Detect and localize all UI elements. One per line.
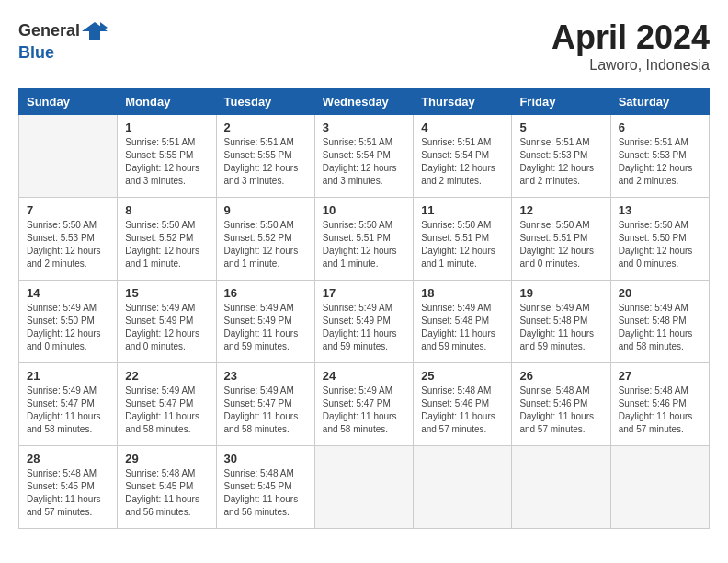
- day-number: 11: [421, 203, 504, 217]
- logo: General Blue: [18, 18, 108, 63]
- day-info: Sunrise: 5:48 AM Sunset: 5:45 PM Dayligh…: [27, 467, 109, 519]
- week-row-3: 14Sunrise: 5:49 AM Sunset: 5:50 PM Dayli…: [19, 281, 710, 363]
- day-cell: 6Sunrise: 5:51 AM Sunset: 5:53 PM Daylig…: [610, 115, 709, 198]
- day-cell: 29Sunrise: 5:48 AM Sunset: 5:45 PM Dayli…: [118, 446, 216, 529]
- day-cell: 11Sunrise: 5:50 AM Sunset: 5:51 PM Dayli…: [414, 198, 512, 281]
- calendar-table: SundayMondayTuesdayWednesdayThursdayFrid…: [18, 88, 710, 529]
- day-cell: 2Sunrise: 5:51 AM Sunset: 5:55 PM Daylig…: [216, 115, 314, 198]
- day-info: Sunrise: 5:51 AM Sunset: 5:55 PM Dayligh…: [224, 136, 307, 188]
- day-info: Sunrise: 5:48 AM Sunset: 5:46 PM Dayligh…: [421, 385, 504, 436]
- day-cell: 9Sunrise: 5:50 AM Sunset: 5:52 PM Daylig…: [216, 198, 314, 281]
- month-title: April 2024: [552, 18, 710, 57]
- day-number: 22: [125, 369, 208, 383]
- day-number: 9: [224, 203, 307, 217]
- title-block: April 2024 Laworo, Indonesia: [552, 18, 710, 74]
- day-info: Sunrise: 5:51 AM Sunset: 5:53 PM Dayligh…: [619, 136, 701, 188]
- day-cell: [610, 446, 709, 529]
- day-info: Sunrise: 5:48 AM Sunset: 5:46 PM Dayligh…: [619, 385, 701, 436]
- day-info: Sunrise: 5:49 AM Sunset: 5:49 PM Dayligh…: [125, 302, 208, 353]
- day-cell: 20Sunrise: 5:49 AM Sunset: 5:48 PM Dayli…: [610, 281, 709, 363]
- header-sunday: Sunday: [19, 89, 118, 115]
- day-info: Sunrise: 5:51 AM Sunset: 5:53 PM Dayligh…: [519, 136, 602, 188]
- day-cell: [314, 446, 413, 529]
- day-info: Sunrise: 5:49 AM Sunset: 5:47 PM Dayligh…: [224, 385, 307, 436]
- logo-general: General: [18, 22, 80, 40]
- page-header: General Blue April 2024 Laworo, Indonesi…: [18, 18, 710, 74]
- day-number: 24: [323, 369, 405, 383]
- day-number: 19: [519, 286, 602, 300]
- day-cell: 26Sunrise: 5:48 AM Sunset: 5:46 PM Dayli…: [512, 363, 610, 446]
- day-number: 4: [421, 121, 504, 134]
- day-info: Sunrise: 5:49 AM Sunset: 5:48 PM Dayligh…: [619, 302, 701, 353]
- logo-bird-icon: [82, 18, 108, 44]
- day-cell: 21Sunrise: 5:49 AM Sunset: 5:47 PM Dayli…: [19, 363, 118, 446]
- day-info: Sunrise: 5:51 AM Sunset: 5:54 PM Dayligh…: [421, 136, 504, 188]
- day-cell: 23Sunrise: 5:49 AM Sunset: 5:47 PM Dayli…: [216, 363, 314, 446]
- day-cell: 22Sunrise: 5:49 AM Sunset: 5:47 PM Dayli…: [118, 363, 216, 446]
- header-monday: Monday: [118, 89, 216, 115]
- day-number: 20: [619, 286, 701, 300]
- day-info: Sunrise: 5:49 AM Sunset: 5:48 PM Dayligh…: [519, 302, 602, 353]
- day-info: Sunrise: 5:49 AM Sunset: 5:49 PM Dayligh…: [323, 302, 405, 353]
- day-number: 28: [27, 452, 109, 465]
- day-cell: 12Sunrise: 5:50 AM Sunset: 5:51 PM Dayli…: [512, 198, 610, 281]
- day-cell: 14Sunrise: 5:49 AM Sunset: 5:50 PM Dayli…: [19, 281, 118, 363]
- day-cell: [512, 446, 610, 529]
- day-number: 10: [323, 203, 405, 217]
- day-cell: 28Sunrise: 5:48 AM Sunset: 5:45 PM Dayli…: [19, 446, 118, 529]
- day-info: Sunrise: 5:50 AM Sunset: 5:50 PM Dayligh…: [619, 219, 701, 270]
- week-row-5: 28Sunrise: 5:48 AM Sunset: 5:45 PM Dayli…: [19, 446, 710, 529]
- day-number: 23: [224, 369, 307, 383]
- day-cell: 8Sunrise: 5:50 AM Sunset: 5:52 PM Daylig…: [118, 198, 216, 281]
- day-cell: 10Sunrise: 5:50 AM Sunset: 5:51 PM Dayli…: [314, 198, 413, 281]
- day-cell: 16Sunrise: 5:49 AM Sunset: 5:49 PM Dayli…: [216, 281, 314, 363]
- day-info: Sunrise: 5:48 AM Sunset: 5:45 PM Dayligh…: [125, 467, 208, 519]
- header-saturday: Saturday: [610, 89, 709, 115]
- day-number: 2: [224, 121, 307, 134]
- day-number: 3: [323, 121, 405, 134]
- day-number: 27: [619, 369, 701, 383]
- day-cell: 5Sunrise: 5:51 AM Sunset: 5:53 PM Daylig…: [512, 115, 610, 198]
- logo-text: General Blue: [18, 18, 108, 63]
- day-info: Sunrise: 5:51 AM Sunset: 5:55 PM Dayligh…: [125, 136, 208, 188]
- day-info: Sunrise: 5:48 AM Sunset: 5:45 PM Dayligh…: [224, 467, 307, 519]
- header-friday: Friday: [512, 89, 610, 115]
- week-row-2: 7Sunrise: 5:50 AM Sunset: 5:53 PM Daylig…: [19, 198, 710, 281]
- day-info: Sunrise: 5:50 AM Sunset: 5:51 PM Dayligh…: [421, 219, 504, 270]
- header-thursday: Thursday: [414, 89, 512, 115]
- day-number: 7: [27, 203, 109, 217]
- day-cell: 17Sunrise: 5:49 AM Sunset: 5:49 PM Dayli…: [314, 281, 413, 363]
- day-number: 15: [125, 286, 208, 300]
- day-number: 26: [519, 369, 602, 383]
- day-number: 25: [421, 369, 504, 383]
- day-number: 12: [519, 203, 602, 217]
- day-number: 13: [619, 203, 701, 217]
- day-cell: [19, 115, 118, 198]
- day-number: 16: [224, 286, 307, 300]
- day-number: 8: [125, 203, 208, 217]
- day-info: Sunrise: 5:51 AM Sunset: 5:54 PM Dayligh…: [323, 136, 405, 188]
- day-cell: 1Sunrise: 5:51 AM Sunset: 5:55 PM Daylig…: [118, 115, 216, 198]
- day-info: Sunrise: 5:48 AM Sunset: 5:46 PM Dayligh…: [519, 385, 602, 436]
- day-cell: 19Sunrise: 5:49 AM Sunset: 5:48 PM Dayli…: [512, 281, 610, 363]
- day-number: 30: [224, 452, 307, 465]
- day-number: 21: [27, 369, 109, 383]
- day-cell: 13Sunrise: 5:50 AM Sunset: 5:50 PM Dayli…: [610, 198, 709, 281]
- day-cell: 7Sunrise: 5:50 AM Sunset: 5:53 PM Daylig…: [19, 198, 118, 281]
- week-row-1: 1Sunrise: 5:51 AM Sunset: 5:55 PM Daylig…: [19, 115, 710, 198]
- day-cell: 24Sunrise: 5:49 AM Sunset: 5:47 PM Dayli…: [314, 363, 413, 446]
- header-wednesday: Wednesday: [314, 89, 413, 115]
- day-cell: 30Sunrise: 5:48 AM Sunset: 5:45 PM Dayli…: [216, 446, 314, 529]
- day-info: Sunrise: 5:49 AM Sunset: 5:50 PM Dayligh…: [27, 302, 109, 353]
- day-info: Sunrise: 5:49 AM Sunset: 5:47 PM Dayligh…: [323, 385, 405, 436]
- day-number: 6: [619, 121, 701, 134]
- day-cell: 3Sunrise: 5:51 AM Sunset: 5:54 PM Daylig…: [314, 115, 413, 198]
- location: Laworo, Indonesia: [552, 57, 710, 74]
- week-row-4: 21Sunrise: 5:49 AM Sunset: 5:47 PM Dayli…: [19, 363, 710, 446]
- day-info: Sunrise: 5:50 AM Sunset: 5:52 PM Dayligh…: [224, 219, 307, 270]
- day-info: Sunrise: 5:50 AM Sunset: 5:51 PM Dayligh…: [519, 219, 602, 270]
- day-info: Sunrise: 5:50 AM Sunset: 5:52 PM Dayligh…: [125, 219, 208, 270]
- day-cell: 25Sunrise: 5:48 AM Sunset: 5:46 PM Dayli…: [414, 363, 512, 446]
- day-number: 17: [323, 286, 405, 300]
- day-cell: 4Sunrise: 5:51 AM Sunset: 5:54 PM Daylig…: [414, 115, 512, 198]
